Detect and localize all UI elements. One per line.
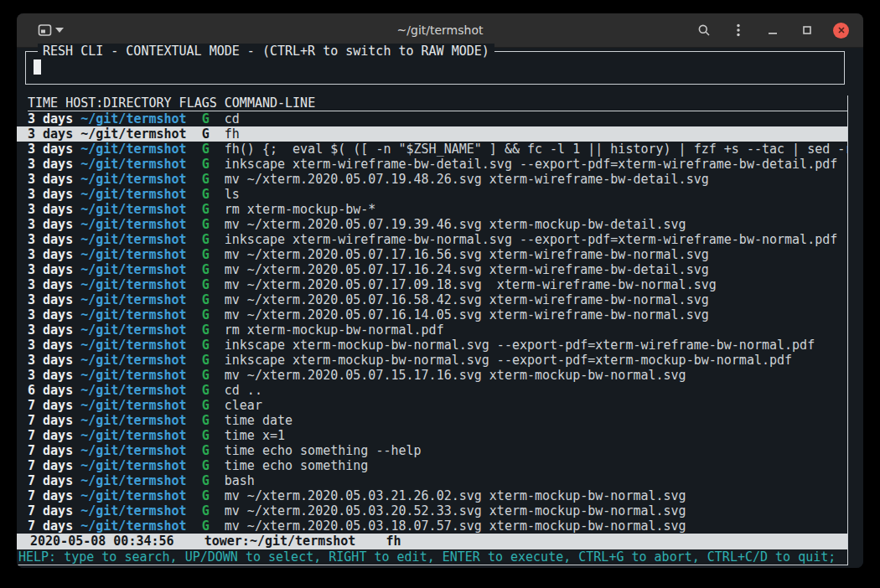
history-row[interactable]: 3 days~/git/termshotGinkscape xterm-wire…: [17, 157, 847, 172]
new-tab-button[interactable]: [32, 20, 70, 40]
status-bar: 2020-05-08 00:34:56 tower:~/git/termshot…: [17, 534, 847, 549]
history-row[interactable]: 3 days~/git/termshotGmv ~/xterm.2020.05.…: [17, 247, 847, 262]
row-host: ~/git/termshot: [80, 111, 201, 126]
row-time: 3 days: [28, 338, 80, 353]
history-row[interactable]: 3 days~/git/termshotGcd: [17, 111, 847, 126]
history-row[interactable]: 3 days~/git/termshotGrm xterm-mockup-bw-…: [17, 322, 847, 338]
row-time: 3 days: [28, 126, 80, 142]
row-command: inkscape xterm-wireframe-bw-normal.svg -…: [225, 232, 847, 247]
row-flags: G: [202, 292, 225, 307]
row-host: ~/git/termshot: [80, 126, 201, 142]
search-box-title: RESH CLI - CONTEXTUAL MODE - (CTRL+R to …: [38, 44, 494, 59]
row-flags: G: [202, 247, 225, 262]
terminal-window: ~/git/termshot: [17, 13, 863, 568]
history-row[interactable]: 3 days~/git/termshotGmv ~/xterm.2020.05.…: [17, 172, 847, 187]
history-row[interactable]: 3 days~/git/termshotGfh() {; eval $( ([ …: [17, 142, 847, 157]
row-time: 3 days: [28, 142, 80, 157]
history-row[interactable]: 7 days~/git/termshotGtime echo something: [17, 458, 847, 473]
close-button[interactable]: [833, 23, 849, 39]
row-flags: G: [202, 353, 225, 368]
history-row[interactable]: 3 days~/git/termshotGmv ~/xterm.2020.05.…: [17, 277, 847, 292]
search-icon: [697, 23, 711, 37]
history-row[interactable]: 3 days~/git/termshotGmv ~/xterm.2020.05.…: [17, 368, 847, 383]
row-flags: G: [202, 202, 225, 217]
row-time: 3 days: [28, 262, 80, 277]
row-host: ~/git/termshot: [80, 292, 201, 307]
search-button[interactable]: [696, 22, 712, 39]
row-command: mv ~/xterm.2020.05.07.17.16.24.svg xterm…: [225, 262, 847, 277]
history-row[interactable]: 3 days~/git/termshotGrm xterm-mockup-bw-…: [17, 202, 847, 217]
row-time: 3 days: [28, 277, 80, 292]
row-flags: G: [202, 111, 225, 126]
row-time: 3 days: [28, 322, 80, 338]
row-host: ~/git/termshot: [80, 202, 201, 217]
row-time: 3 days: [28, 202, 80, 217]
row-flags: G: [202, 368, 225, 383]
row-command: time x=1: [225, 428, 847, 443]
row-host: ~/git/termshot: [80, 157, 201, 172]
history-row[interactable]: 3 days~/git/termshotGinkscape xterm-wire…: [17, 232, 847, 247]
restore-button[interactable]: [799, 22, 815, 39]
row-time: 7 days: [28, 428, 80, 443]
row-flags: G: [202, 428, 225, 443]
row-time: 3 days: [28, 368, 80, 383]
row-flags: G: [202, 262, 225, 277]
row-command: mv ~/xterm.2020.05.03.21.26.02.svg xterm…: [225, 488, 847, 503]
row-command: fh: [225, 126, 847, 142]
row-host: ~/git/termshot: [80, 443, 201, 458]
row-host: ~/git/termshot: [80, 458, 201, 473]
row-time: 7 days: [28, 488, 80, 503]
row-flags: G: [202, 443, 225, 458]
row-command: time echo something: [225, 458, 847, 473]
history-row[interactable]: 7 days~/git/termshotGtime echo something…: [17, 443, 847, 458]
row-time: 3 days: [28, 247, 80, 262]
history-row[interactable]: 7 days~/git/termshotGclear: [17, 398, 847, 413]
history-row[interactable]: 3 days~/git/termshotGmv ~/xterm.2020.05.…: [17, 307, 847, 322]
row-flags: G: [202, 307, 225, 322]
row-time: 3 days: [28, 292, 80, 307]
history-row[interactable]: 3 days~/git/termshotGinkscape xterm-mock…: [17, 353, 847, 368]
row-flags: G: [202, 488, 225, 503]
row-time: 7 days: [28, 398, 80, 413]
history-row[interactable]: 7 days~/git/termshotGbash: [17, 473, 847, 488]
history-row[interactable]: 3 days~/git/termshotGfh: [17, 126, 847, 142]
history-row[interactable]: 7 days~/git/termshotGtime date: [17, 413, 847, 428]
minimize-button[interactable]: [764, 22, 781, 39]
row-command: mv ~/xterm.2020.05.07.15.17.16.svg xterm…: [225, 368, 847, 383]
history-row[interactable]: 7 days~/git/termshotGmv ~/xterm.2020.05.…: [17, 503, 847, 518]
row-time: 3 days: [28, 157, 80, 172]
row-command: cd: [225, 111, 847, 126]
row-time: 3 days: [28, 111, 80, 126]
row-host: ~/git/termshot: [80, 232, 201, 247]
row-flags: G: [202, 473, 225, 488]
history-row[interactable]: 7 days~/git/termshotGtime x=1: [17, 428, 847, 443]
row-time: 3 days: [28, 187, 80, 202]
row-flags: G: [202, 398, 225, 413]
search-input[interactable]: RESH CLI - CONTEXTUAL MODE - (CTRL+R to …: [25, 51, 845, 85]
row-command: time echo something --help: [225, 443, 847, 458]
row-host: ~/git/termshot: [80, 503, 201, 518]
row-host: ~/git/termshot: [80, 338, 201, 353]
history-row[interactable]: 3 days~/git/termshotGinkscape xterm-mock…: [17, 338, 847, 353]
history-row[interactable]: 3 days~/git/termshotGmv ~/xterm.2020.05.…: [17, 262, 847, 277]
row-time: 6 days: [28, 383, 80, 398]
menu-button[interactable]: [730, 22, 747, 39]
history-row[interactable]: 7 days~/git/termshotGmv ~/xterm.2020.05.…: [17, 518, 847, 534]
history-list: 3 days~/git/termshotGcd3 days~/git/terms…: [17, 111, 847, 534]
row-command: rm xterm-mockup-bw-*: [225, 202, 847, 217]
minimize-icon: [768, 25, 778, 35]
row-command: mv ~/xterm.2020.05.07.17.09.18.svg xterm…: [225, 277, 847, 292]
table-header: TIME HOST:DIRECTORY FLAGS COMMAND-LINE: [28, 95, 847, 111]
terminal-content: RESH CLI - CONTEXTUAL MODE - (CTRL+R to …: [17, 48, 863, 568]
row-command: time date: [225, 413, 847, 428]
history-row[interactable]: 6 days~/git/termshotGcd ..: [17, 383, 847, 398]
history-row[interactable]: 3 days~/git/termshotGls: [17, 187, 847, 202]
row-host: ~/git/termshot: [80, 307, 201, 322]
row-time: 3 days: [28, 232, 80, 247]
row-command: mv ~/xterm.2020.05.07.16.14.05.svg xterm…: [225, 307, 847, 322]
history-row[interactable]: 7 days~/git/termshotGmv ~/xterm.2020.05.…: [17, 488, 847, 503]
history-row[interactable]: 3 days~/git/termshotGmv ~/xterm.2020.05.…: [17, 217, 847, 232]
row-flags: G: [202, 277, 225, 292]
row-flags: G: [202, 157, 225, 172]
history-row[interactable]: 3 days~/git/termshotGmv ~/xterm.2020.05.…: [17, 292, 847, 307]
